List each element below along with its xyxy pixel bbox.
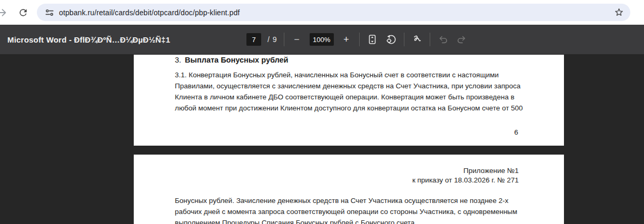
section-heading: 3.Выплата Бонусных рублей [175, 56, 289, 64]
pdf-page-7: Приложение №1 к приказу от 18.03.2026 г.… [134, 155, 564, 224]
section-number: 3. [175, 56, 181, 64]
section-title: Выплата Бонусных рублей [185, 56, 288, 64]
paragraph-continuation: Бонусных рублей. Зачисление денежных сре… [175, 195, 517, 224]
paragraph-line: выполнением Процедуры Списания Бонусных … [175, 217, 517, 224]
site-controls-icon [44, 7, 55, 18]
undo-icon [437, 34, 449, 45]
forward-arrow-icon [0, 7, 8, 18]
annex-reference: Приложение №1 к приказу от 18.03.2026 г.… [412, 166, 519, 185]
redo-icon [456, 34, 468, 45]
toolbar-separator [430, 33, 430, 46]
url-text[interactable]: otpbank.ru/retail/cards/debit/otpcard/do… [59, 4, 240, 21]
pdf-controls: / 9 − + [246, 25, 468, 54]
draw-annotate-icon [411, 33, 423, 46]
toolbar-separator [359, 33, 360, 46]
bookmark-button[interactable] [613, 7, 625, 18]
fit-to-page-icon [366, 34, 378, 45]
page-number-footer: 6 [514, 128, 518, 136]
pdf-document-title: Microsoft Word - ÐflÐ¾ÐºÑ…Ð¼ÐµÐ½Ñ‡1 [7, 25, 170, 54]
fit-to-page-button[interactable] [366, 33, 379, 46]
rotate-icon [385, 34, 397, 45]
annex-line: к приказу от 18.03.2026 г. № 271 [412, 176, 519, 185]
pdf-page-6: 3.Выплата Бонусных рублей 3.1. Конвертац… [134, 55, 564, 146]
pdf-toolbar: Microsoft Word - ÐflÐ¾ÐºÑ…Ð¼ÐµÐ½Ñ‡1 / 9 … [0, 25, 644, 54]
paragraph-line: рабочих дней с момента запроса соответст… [175, 206, 517, 217]
annotate-button[interactable] [411, 33, 423, 46]
paragraph-line: Правилами, осуществляется с зачислением … [175, 80, 523, 91]
zoom-in-button[interactable]: + [340, 33, 353, 46]
undo-button[interactable] [437, 33, 449, 46]
redo-button[interactable] [455, 33, 468, 46]
rotate-button[interactable] [385, 33, 398, 46]
paragraph-line: 3.1. Конвертация Бонусных рублей, начисл… [175, 69, 523, 80]
reload-button[interactable] [17, 7, 29, 18]
pdf-viewer-area: 3.Выплата Бонусных рублей 3.1. Конвертац… [0, 54, 644, 224]
zoom-out-button[interactable]: − [291, 33, 303, 46]
forward-button[interactable] [0, 7, 8, 18]
annex-line: Приложение №1 [412, 166, 519, 176]
toolbar-separator [284, 33, 284, 46]
zoom-level-input[interactable] [310, 33, 334, 46]
page-count-label: / 9 [267, 35, 278, 44]
browser-window: otpbank.ru/retail/cards/debit/otpcard/do… [0, 0, 644, 224]
paragraph-line: Клиента в личном кабинете ДБО соответств… [175, 91, 523, 103]
address-bar[interactable]: otpbank.ru/retail/cards/debit/otpcard/do… [37, 4, 630, 21]
site-controls-button[interactable] [44, 7, 55, 18]
page-number-input[interactable] [246, 33, 261, 46]
bookmark-star-icon [613, 7, 625, 18]
paragraph-line: любой момент при достижении Клиентом дос… [175, 103, 523, 114]
reload-icon [18, 7, 28, 18]
paragraph-line: Бонусных рублей. Зачисление денежных сре… [175, 195, 517, 206]
browser-toolbar: otpbank.ru/retail/cards/debit/otpcard/do… [0, 0, 644, 25]
paragraph-3-1: 3.1. Конвертация Бонусных рублей, начисл… [175, 69, 523, 114]
toolbar-separator [404, 33, 404, 46]
